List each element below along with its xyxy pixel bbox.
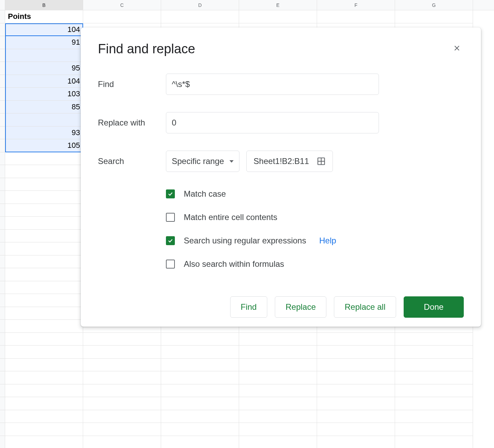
search-scope-dropdown[interactable]: Specific range (166, 151, 239, 172)
row-header[interactable] (0, 217, 5, 230)
range-input[interactable]: Sheet1!B2:B11 (246, 151, 333, 172)
row-header[interactable] (0, 294, 5, 307)
cell[interactable] (239, 359, 317, 372)
cell[interactable] (5, 320, 83, 333)
cell[interactable] (161, 397, 239, 410)
col-header-d[interactable]: D (161, 0, 239, 10)
cell[interactable] (5, 191, 83, 204)
select-range-icon[interactable] (317, 157, 326, 166)
cell[interactable] (83, 10, 161, 23)
cell[interactable] (161, 410, 239, 423)
cell[interactable] (395, 423, 473, 436)
cell[interactable] (5, 230, 83, 243)
find-button[interactable]: Find (230, 296, 268, 318)
col-header-f[interactable]: F (317, 0, 395, 10)
row-header[interactable] (0, 281, 5, 294)
row-header[interactable] (0, 384, 5, 397)
cell[interactable] (161, 384, 239, 397)
cell[interactable] (161, 436, 239, 448)
match-entire-checkbox[interactable] (166, 213, 175, 222)
row-header[interactable] (0, 268, 5, 281)
cell[interactable] (5, 423, 83, 436)
cell[interactable] (5, 217, 83, 230)
cell[interactable] (5, 49, 83, 62)
cell[interactable] (395, 436, 473, 448)
cell[interactable] (83, 371, 161, 384)
cell[interactable] (239, 346, 317, 359)
cell[interactable] (161, 10, 239, 23)
row-header[interactable] (0, 333, 5, 346)
cell[interactable] (5, 204, 83, 217)
cell[interactable] (317, 423, 395, 436)
cell[interactable] (395, 10, 473, 23)
cell[interactable] (317, 346, 395, 359)
replace-all-button[interactable]: Replace all (334, 296, 396, 318)
cell[interactable] (317, 410, 395, 423)
cell[interactable] (317, 333, 395, 346)
cell[interactable] (83, 397, 161, 410)
row-header[interactable] (0, 178, 5, 191)
row-header[interactable] (0, 359, 5, 372)
cell[interactable] (5, 307, 83, 320)
row-header[interactable] (0, 307, 5, 320)
match-case-checkbox[interactable] (166, 189, 175, 198)
cell[interactable] (239, 371, 317, 384)
replace-button[interactable]: Replace (275, 296, 326, 318)
cell[interactable]: 105 (5, 139, 83, 152)
cell[interactable] (5, 294, 83, 307)
row-header[interactable] (0, 436, 5, 448)
row-header[interactable] (0, 152, 5, 165)
cell[interactable] (5, 359, 83, 372)
row-header[interactable] (0, 371, 5, 384)
row-header[interactable] (0, 397, 5, 410)
row-header[interactable] (0, 49, 5, 62)
row-header[interactable] (0, 230, 5, 243)
cell[interactable] (83, 384, 161, 397)
cell[interactable] (5, 255, 83, 269)
cell[interactable] (239, 423, 317, 436)
row-header[interactable] (0, 113, 5, 127)
cell[interactable] (239, 410, 317, 423)
cell[interactable]: 104 (5, 75, 83, 88)
row-header[interactable] (0, 320, 5, 333)
cell[interactable] (5, 410, 83, 423)
col-header-b[interactable]: B (5, 0, 83, 10)
row-header[interactable] (0, 88, 5, 101)
cell[interactable] (395, 346, 473, 359)
cell[interactable] (161, 346, 239, 359)
row-header[interactable] (0, 255, 5, 269)
cell[interactable] (395, 384, 473, 397)
cell[interactable] (5, 333, 83, 346)
cell[interactable] (83, 346, 161, 359)
row-header[interactable] (0, 204, 5, 217)
done-button[interactable]: Done (404, 296, 464, 318)
row-header[interactable] (0, 423, 5, 436)
find-input[interactable] (166, 74, 379, 95)
cell[interactable]: 93 (5, 127, 83, 140)
row-header[interactable] (0, 10, 5, 23)
cell[interactable] (5, 268, 83, 281)
cell[interactable] (395, 359, 473, 372)
col-header-g[interactable]: G (395, 0, 473, 10)
col-header-e[interactable]: E (239, 0, 317, 10)
cell[interactable] (5, 436, 83, 448)
cell[interactable] (395, 397, 473, 410)
cell[interactable] (317, 384, 395, 397)
cell[interactable] (161, 333, 239, 346)
row-header[interactable] (0, 139, 5, 152)
cell[interactable] (239, 10, 317, 23)
cell[interactable] (161, 359, 239, 372)
close-icon[interactable] (450, 41, 464, 56)
cell[interactable]: 95 (5, 62, 83, 75)
cell[interactable]: 91 (5, 36, 83, 49)
cell[interactable]: 104 (5, 23, 83, 36)
cell[interactable] (317, 10, 395, 23)
regex-checkbox[interactable] (166, 236, 175, 245)
cell[interactable] (5, 165, 83, 178)
cell[interactable] (5, 397, 83, 410)
cell[interactable] (5, 178, 83, 191)
cell[interactable]: 85 (5, 101, 83, 114)
cell[interactable] (5, 346, 83, 359)
row-header[interactable] (0, 36, 5, 49)
cell[interactable] (317, 397, 395, 410)
